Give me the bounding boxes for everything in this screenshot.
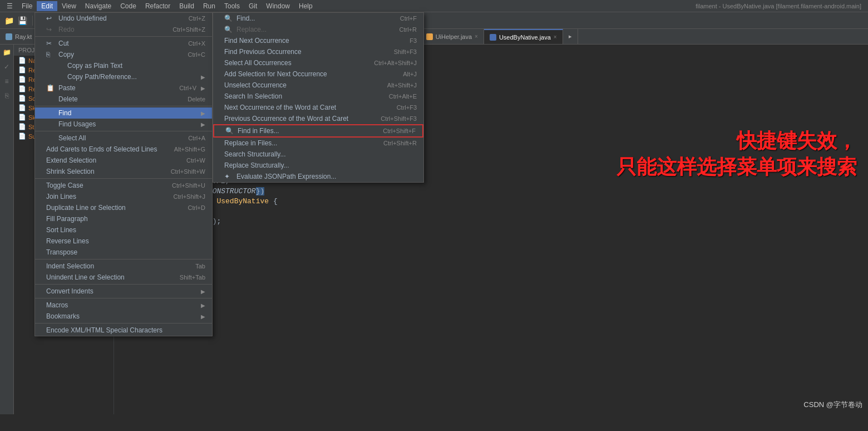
file-icon-skinningbuffer: 📄 <box>18 104 26 111</box>
find-submenu-find-label: Find... <box>236 14 255 22</box>
menubar-git[interactable]: Git <box>244 1 262 11</box>
find-prev-occurrence[interactable]: Find Previous Occurrence Shift+F3 <box>213 46 423 57</box>
resource-icon[interactable]: ≡ <box>1 76 12 87</box>
evaluate-icon: ✦ <box>224 173 233 180</box>
menu-shrink-selection[interactable]: Shrink Selection Ctrl+Shift+W <box>35 166 212 177</box>
menu-find-usages-label: Find Usages <box>58 120 96 128</box>
file-icon-surfaceorientation: 📄 <box>18 133 26 140</box>
redo-menu-icon: ↪ <box>46 26 55 33</box>
menu-shrink-selection-shortcut: Ctrl+Shift+W <box>171 168 205 175</box>
menu-indent-selection[interactable]: Indent Selection Tab <box>35 261 212 272</box>
menubar-refactor[interactable]: Refactor <box>141 1 175 11</box>
menu-find-label: Find <box>58 109 71 117</box>
find-next-occurrence[interactable]: Find Next Occurrence F3 <box>213 35 423 46</box>
menu-copy-plaintext[interactable]: Copy as Plain Text <box>35 60 212 71</box>
menu-paste-label: Paste <box>58 84 76 92</box>
unselect-occurrence-shortcut: Alt+Shift+J <box>387 82 417 89</box>
tab-usedbynative-java[interactable]: UsedByNative.java × <box>484 29 563 44</box>
menu-copy-plaintext-label: Copy as Plain Text <box>58 62 122 70</box>
menu-join-lines[interactable]: Join Lines Ctrl+Shift+J <box>35 191 212 202</box>
menu-select-all[interactable]: Select All Ctrl+A <box>35 133 212 144</box>
find-submenu-replace[interactable]: 🔍 Replace... Ctrl+R <box>213 24 423 35</box>
structure-icon[interactable]: ⎘ <box>1 90 12 101</box>
menu-paste[interactable]: 📋 Paste Ctrl+V ▶ <box>35 82 212 94</box>
menubar-help[interactable]: Help <box>294 1 317 11</box>
search-in-selection[interactable]: Search In Selection Ctrl+Alt+E <box>213 91 423 102</box>
tab-label-usedbynative: UsedByNative.java <box>499 34 551 41</box>
tab-close-usedbynative[interactable]: × <box>554 34 557 40</box>
menu-duplicate-line[interactable]: Duplicate Line or Selection Ctrl+D <box>35 202 212 213</box>
menubar-window[interactable]: Window <box>262 1 294 11</box>
menubar-edit[interactable]: Edit <box>37 1 57 11</box>
menubar-run[interactable]: Run <box>199 1 220 11</box>
tab-icon-usedbynative <box>490 34 496 41</box>
line-content-jeff: ✎ Jeff McGlynn <box>136 207 868 217</box>
replace-in-files[interactable]: Replace in Files... Ctrl+Shift+R <box>213 138 423 149</box>
tab-icon-uihelper <box>426 33 433 40</box>
menu-sep-2 <box>35 106 212 106</box>
search-structurally-label: Search Structurally... <box>224 150 285 158</box>
menu-add-carets-shortcut: Alt+Shift+G <box>174 146 205 153</box>
tab-icon-ray <box>6 33 12 40</box>
menu-cut-shortcut: Ctrl+X <box>188 40 205 47</box>
menu-macros[interactable]: Macros ▶ <box>35 300 212 311</box>
project-icon[interactable]: 📁 <box>1 47 12 58</box>
tab-close-uihelper[interactable]: × <box>475 33 478 40</box>
menu-redo[interactable]: ↪ Redo Ctrl+Shift+Z <box>35 24 212 35</box>
prev-occurrence-word[interactable]: Previous Occurrence of the Word at Caret… <box>213 113 423 124</box>
menu-encode-xml[interactable]: Encode XML/HTML Special Characters <box>35 325 212 336</box>
menubar-build[interactable]: Build <box>175 1 199 11</box>
menubar-app[interactable]: ☰ <box>2 1 17 11</box>
tab-label-ray: Ray.kt <box>15 33 32 40</box>
find-in-files[interactable]: 🔍 Find in Files... Ctrl+Shift+F <box>213 124 423 138</box>
menubar-view[interactable]: View <box>57 1 81 11</box>
menu-unindent-line[interactable]: Unindent Line or Selection Shift+Tab <box>35 272 212 283</box>
menu-cut-label: Cut <box>58 40 69 47</box>
evaluate-jsonpath[interactable]: ✦ Evaluate JSONPath Expression... <box>213 171 423 182</box>
menu-toggle-case[interactable]: Toggle Case Ctrl+Shift+U <box>35 180 212 191</box>
menu-extend-selection[interactable]: Extend Selection Ctrl+W <box>35 155 212 166</box>
menu-convert-indents[interactable]: Convert Indents ▶ <box>35 286 212 297</box>
next-occurrence-word[interactable]: Next Occurrence of the Word at Caret Ctr… <box>213 102 423 113</box>
menubar-tools[interactable]: Tools <box>220 1 244 11</box>
code-line-45: 45 } <box>114 227 868 237</box>
menu-add-carets[interactable]: Add Carets to Ends of Selected Lines Alt… <box>35 144 212 155</box>
find-submenu-find[interactable]: 🔍 Find... Ctrl+F <box>213 13 423 24</box>
menu-find[interactable]: Find ▶ <box>35 107 212 119</box>
menu-find-usages[interactable]: Find Usages ▶ <box>35 119 212 130</box>
save-icon[interactable]: 💾 <box>17 15 28 26</box>
menu-sort-lines[interactable]: Sort Lines <box>35 224 212 236</box>
menu-bookmarks[interactable]: Bookmarks ▶ <box>35 311 212 322</box>
add-selection-next[interactable]: Add Selection for Next Occurrence Alt+J <box>213 68 423 80</box>
find-submenu-find-shortcut: Ctrl+F <box>400 15 417 22</box>
tab-more[interactable]: ▸ <box>563 29 578 44</box>
open-project-icon[interactable]: 📁 <box>3 15 14 26</box>
menu-undo[interactable]: ↩ Undo Undefined Ctrl+Z <box>35 13 212 24</box>
menubar-code[interactable]: Code <box>116 1 141 11</box>
select-all-occurrences-label: Select All Occurrences <box>224 59 292 67</box>
unselect-occurrence[interactable]: Unselect Occurrence Alt+Shift+J <box>213 80 423 91</box>
menu-fill-paragraph[interactable]: Fill Paragraph <box>35 213 212 224</box>
menu-add-carets-label: Add Carets to Ends of Selected Lines <box>46 145 157 153</box>
evaluate-jsonpath-label: Evaluate JSONPath Expression... <box>236 173 336 180</box>
menu-cut[interactable]: ✂ Cut Ctrl+X <box>35 38 212 49</box>
menu-delete[interactable]: Delete Delete <box>35 94 212 105</box>
select-all-occurrences[interactable]: Select All Occurrences Ctrl+Alt+Shift+J <box>213 57 423 68</box>
menu-reverse-lines[interactable]: Reverse Lines <box>35 236 212 247</box>
menubar: ☰ File Edit View Navigate Code Refactor … <box>0 0 868 12</box>
search-structurally[interactable]: Search Structurally... <box>213 149 423 160</box>
prev-occurrence-word-label: Previous Occurrence of the Word at Caret <box>224 115 348 123</box>
tab-uihelper-java[interactable]: UiHelper.java × <box>421 29 484 44</box>
menu-transpose[interactable]: Transpose <box>35 247 212 258</box>
menubar-file[interactable]: File <box>17 1 37 11</box>
menu-transpose-label: Transpose <box>46 248 77 256</box>
undo-menu-icon: ↩ <box>46 14 55 22</box>
commit-icon[interactable]: ✓ <box>1 61 12 72</box>
next-occurrence-word-shortcut: Ctrl+F3 <box>397 104 417 111</box>
menu-copy[interactable]: ⎘ Copy Ctrl+C <box>35 49 212 60</box>
menu-copy-path-label: Copy Path/Reference... <box>58 73 137 81</box>
menubar-navigate[interactable]: Navigate <box>81 1 116 11</box>
menu-copy-path[interactable]: Copy Path/Reference... ▶ <box>35 71 212 82</box>
replace-structurally[interactable]: Replace Structurally... <box>213 160 423 171</box>
menu-select-all-shortcut: Ctrl+A <box>188 135 205 141</box>
